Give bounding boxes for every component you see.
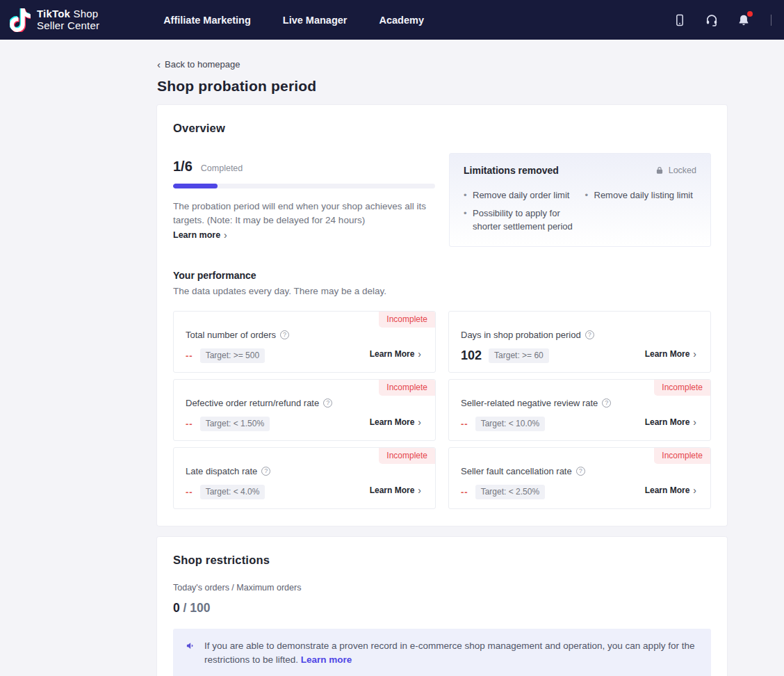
header-divider — [771, 15, 771, 26]
notification-bell-icon[interactable] — [736, 13, 751, 28]
learn-more-link[interactable]: Learn More › — [370, 349, 421, 359]
status-badge: Incomplete — [379, 380, 435, 396]
top-navigation-bar: TikTok Shop Seller Center Affiliate Mark… — [0, 0, 784, 40]
headset-support-icon[interactable] — [704, 13, 719, 28]
chevron-right-icon: › — [418, 485, 421, 495]
limitations-removed-card: Limitations removed Locked Remove daily … — [449, 153, 711, 247]
metric-title: Total number of orders — [186, 330, 276, 340]
limitations-list-left: Remove daily order limit Possibility to … — [464, 188, 575, 234]
learn-more-link[interactable]: Learn More › — [645, 417, 696, 427]
metric-card-cancellation-rate: Incomplete Seller fault cancellation rat… — [448, 447, 711, 509]
chevron-right-icon: › — [224, 230, 227, 240]
back-to-homepage-link[interactable]: ‹ Back to homepage — [157, 58, 240, 70]
metric-target: Target: < 2.50% — [475, 485, 545, 499]
metric-value: -- — [186, 487, 193, 497]
tiktok-shop-logo[interactable]: TikTok Shop Seller Center — [10, 8, 99, 32]
metric-title: Days in shop probation period — [461, 330, 581, 340]
limitations-list-right: Remove daily listing limit — [585, 188, 697, 234]
metric-target: Target: < 4.0% — [200, 485, 266, 499]
metric-target: Target: >= 60 — [489, 348, 549, 363]
metric-title: Seller-related negative review rate — [461, 398, 598, 408]
help-icon[interactable]: ? — [602, 399, 611, 408]
limitation-item: Possibility to apply for shorter settlem… — [464, 207, 575, 234]
metric-grid: Incomplete Total number of orders ? -- T… — [173, 311, 711, 509]
learn-more-label: Learn More — [645, 485, 690, 495]
metric-target: Target: < 1.50% — [200, 417, 270, 431]
chevron-right-icon: › — [418, 349, 421, 359]
nav-academy[interactable]: Academy — [379, 15, 424, 26]
metric-card-negative-review-rate: Incomplete Seller-related negative revie… — [448, 379, 711, 441]
orders-count: 0 / 100 — [173, 601, 711, 615]
metric-target: Target: >= 500 — [200, 348, 265, 363]
limitations-title: Limitations removed — [464, 165, 559, 176]
metric-value: -- — [461, 487, 468, 497]
limitation-item: Remove daily listing limit — [585, 188, 697, 202]
metric-value: -- — [186, 351, 193, 361]
main-content: ‹ Back to homepage Shop probation period… — [157, 58, 727, 676]
logo-shop: Shop — [70, 8, 98, 19]
back-link-label: Back to homepage — [165, 59, 240, 70]
learn-more-label: Learn More — [645, 349, 690, 359]
learn-more-label: Learn More — [645, 417, 690, 427]
overview-card: Overview 1/6 Completed The probation per… — [157, 105, 727, 526]
probation-description: The probation period will end when your … — [173, 200, 435, 228]
nav-live-manager[interactable]: Live Manager — [283, 15, 348, 26]
metric-card-late-dispatch-rate: Incomplete Late dispatch rate ? -- Targe… — [173, 447, 436, 509]
performance-heading: Your performance — [173, 270, 711, 281]
banner-learn-more-link[interactable]: Learn more — [301, 654, 352, 665]
help-icon[interactable]: ? — [261, 467, 270, 476]
learn-more-label: Learn More — [370, 485, 415, 495]
help-icon[interactable]: ? — [280, 330, 289, 339]
learn-more-label: Learn More — [370, 417, 415, 427]
metric-target: Target: < 10.0% — [475, 417, 545, 431]
locked-status: Locked — [655, 166, 696, 175]
completed-label: Completed — [201, 163, 243, 173]
max-orders-value: 100 — [190, 601, 210, 615]
overview-heading: Overview — [173, 122, 711, 135]
restrictions-heading: Shop restrictions — [173, 554, 711, 567]
learn-more-link[interactable]: Learn More › — [645, 485, 696, 495]
help-icon[interactable]: ? — [323, 399, 332, 408]
learn-more-link[interactable]: Learn More › — [645, 349, 696, 359]
metric-title: Late dispatch rate — [186, 466, 257, 476]
status-badge: Incomplete — [654, 448, 710, 464]
metric-value: -- — [186, 419, 193, 429]
metric-title: Defective order return/refund rate — [186, 398, 319, 408]
learn-more-link[interactable]: Learn More › — [370, 485, 421, 495]
help-icon[interactable]: ? — [585, 330, 594, 339]
metric-value: 102 — [461, 348, 482, 363]
status-badge: Incomplete — [379, 448, 435, 464]
chevron-right-icon: › — [693, 349, 696, 359]
orders-label: Today's orders / Maximum orders — [173, 583, 711, 593]
metric-value: -- — [461, 419, 468, 429]
metric-title: Seller fault cancellation rate — [461, 466, 572, 476]
orders-separator: / — [180, 601, 190, 615]
mobile-device-icon[interactable] — [672, 13, 687, 28]
shop-restrictions-card: Shop restrictions Today's orders / Maxim… — [157, 537, 727, 676]
learn-more-label: Learn more — [173, 230, 220, 240]
chevron-right-icon: › — [693, 417, 696, 427]
banner-message: If you are able to demonstrate a proven … — [204, 641, 694, 666]
restrictions-info-banner: If you are able to demonstrate a proven … — [173, 629, 711, 676]
limitation-item: Remove daily order limit — [464, 188, 575, 202]
logo-wordmark: TikTok Shop Seller Center — [37, 8, 99, 32]
banner-text: If you are able to demonstrate a proven … — [204, 639, 699, 668]
learn-more-link[interactable]: Learn More › — [370, 417, 421, 427]
logo-brand: TikTok — [37, 8, 70, 19]
progress-summary: 1/6 Completed The probation period will … — [173, 153, 435, 247]
help-icon[interactable]: ? — [576, 467, 585, 476]
overview-learn-more-link[interactable]: Learn more › — [173, 230, 227, 240]
tiktok-note-icon — [10, 8, 31, 32]
primary-nav: Affiliate Marketing Live Manager Academy — [163, 15, 424, 26]
chevron-right-icon: › — [418, 417, 421, 427]
chevron-right-icon: › — [693, 485, 696, 495]
nav-affiliate-marketing[interactable]: Affiliate Marketing — [163, 15, 251, 26]
status-badge: Incomplete — [379, 312, 435, 328]
notification-badge-dot — [747, 11, 753, 17]
locked-label: Locked — [669, 166, 696, 175]
metric-card-probation-days: Days in shop probation period ? 102 Targ… — [448, 311, 711, 373]
chevron-left-icon: ‹ — [157, 58, 161, 70]
metric-card-total-orders: Incomplete Total number of orders ? -- T… — [173, 311, 436, 373]
progress-fill — [173, 184, 218, 188]
page-title: Shop probation period — [157, 78, 727, 95]
